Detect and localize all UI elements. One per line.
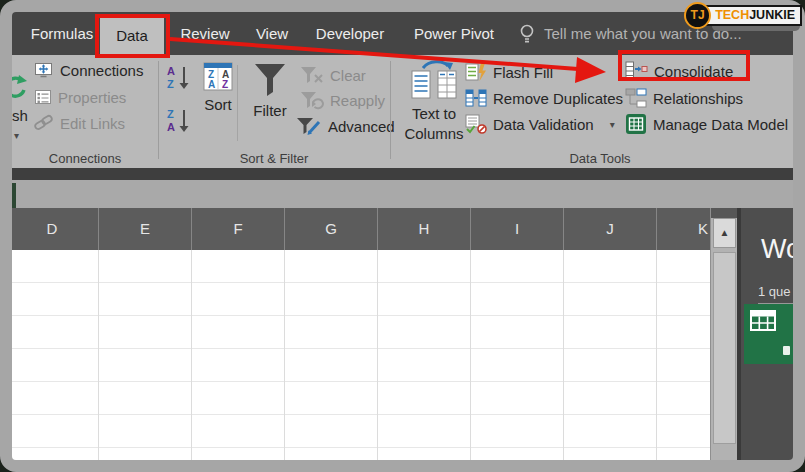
connections-button[interactable]: Connections [34, 58, 143, 82]
query-tile-cropped-text [783, 346, 790, 355]
reapply-icon [300, 90, 324, 110]
svg-text:Z: Z [222, 79, 228, 90]
tab-power-pivot[interactable]: Power Pivot [408, 12, 500, 55]
scrollbar-thumb[interactable] [713, 252, 736, 444]
relationships-label: Relationships [653, 90, 743, 107]
column-header[interactable]: G [285, 208, 378, 250]
text-to-columns-label-line1: Text to [412, 105, 456, 122]
scrollbar-cap [711, 208, 737, 218]
caret-down-icon: ▾ [610, 119, 615, 130]
properties-icon [34, 88, 52, 106]
sort-ascending-button[interactable]: A Z [165, 65, 191, 89]
relationships-icon [625, 88, 647, 108]
manage-data-model-icon [625, 113, 647, 135]
manage-data-model-label: Manage Data Model [653, 116, 788, 133]
column-header-row: D E F G H I J K [12, 208, 710, 250]
remove-duplicates-icon [465, 88, 487, 108]
tab-review[interactable]: Review [172, 12, 238, 55]
group-label-connections: Connections [12, 151, 158, 166]
techjunkie-monogram-icon: TJ [684, 2, 711, 29]
text-to-columns-icon [411, 60, 457, 102]
svg-text:A: A [167, 65, 175, 77]
scroll-up-icon: ▲ [720, 227, 730, 238]
query-tile[interactable] [744, 304, 793, 364]
advanced-filter-label: Advanced [328, 118, 395, 135]
clear-filter-icon [300, 65, 324, 85]
column-header[interactable]: E [99, 208, 192, 250]
relationships-button[interactable]: Relationships [625, 86, 743, 110]
svg-text:Z: Z [167, 108, 174, 120]
remove-duplicates-label: Remove Duplicates [493, 90, 623, 107]
highlight-box-data-tab [95, 14, 170, 58]
remove-duplicates-button[interactable]: Remove Duplicates [465, 86, 623, 110]
tab-view[interactable]: View [244, 12, 300, 55]
sort-icon: Z A A Z [202, 61, 234, 93]
column-header[interactable]: I [471, 208, 564, 250]
reapply-button[interactable]: Reapply [300, 88, 385, 112]
query-table-icon [750, 310, 776, 332]
sort-az-icon: A Z [165, 63, 191, 91]
advanced-filter-button[interactable]: Advanced [296, 114, 395, 138]
refresh-all-label: sh [12, 107, 28, 124]
vertical-scrollbar[interactable]: ▲ [710, 208, 737, 460]
edit-links-label: Edit Links [60, 115, 125, 132]
advanced-filter-icon [296, 116, 322, 136]
edit-links-button[interactable]: Edit Links [34, 111, 125, 135]
connections-label: Connections [60, 62, 143, 79]
caret-down-icon: ▾ [14, 130, 19, 141]
brand-junkie: JUNKIE [749, 8, 795, 22]
clear-filter-button[interactable]: Clear [300, 63, 366, 87]
sort-za-icon: Z A [165, 106, 191, 134]
reapply-label: Reapply [330, 92, 385, 109]
manage-data-model-button[interactable]: Manage Data Model [625, 112, 788, 136]
techjunkie-logo: TJ TECHJUNKIE [684, 2, 802, 29]
brand-tech: TECH [715, 8, 749, 22]
group-separator [158, 61, 159, 159]
button-separator [237, 65, 238, 141]
data-validation-button[interactable]: Data Validation ▾ [465, 112, 615, 136]
techjunkie-wordmark: TECHJUNKIE [704, 5, 802, 26]
sort-label: Sort [204, 96, 232, 113]
formula-bar-strip [12, 180, 793, 208]
flash-fill-icon [465, 62, 487, 82]
scroll-up-button[interactable]: ▲ [713, 218, 736, 248]
refresh-all-caret[interactable]: ▾ [14, 123, 19, 147]
column-header[interactable]: D [12, 208, 99, 250]
tab-developer[interactable]: Developer [306, 12, 394, 55]
sort-descending-button[interactable]: Z A [165, 108, 191, 132]
queries-panel-title: Wo [761, 234, 793, 265]
data-validation-label: Data Validation [493, 116, 594, 133]
lightbulb-icon [518, 22, 536, 46]
clear-filter-label: Clear [330, 67, 366, 84]
flash-fill-label: Flash Fill [493, 64, 553, 81]
ribbon-bottom-strip [12, 168, 793, 180]
group-label-data-tools: Data Tools [390, 151, 805, 166]
excel-window: Formulas Data Review View Developer Powe… [0, 0, 805, 472]
flash-fill-button[interactable]: Flash Fill [465, 60, 553, 84]
workbook-queries-panel: Wo 1 que [737, 208, 793, 460]
column-header[interactable]: F [192, 208, 285, 250]
column-header[interactable]: K [657, 208, 710, 250]
sort-button[interactable]: Z A A Z Sort [198, 61, 238, 113]
data-validation-icon [465, 114, 487, 134]
column-header[interactable]: J [564, 208, 657, 250]
svg-text:Z: Z [167, 78, 174, 90]
cell-grid[interactable] [12, 250, 710, 460]
filter-icon [251, 61, 289, 99]
group-separator [390, 61, 391, 159]
highlight-box-consolidate [618, 50, 750, 81]
text-to-columns-label-line2: Columns [404, 125, 463, 142]
properties-button[interactable]: Properties [34, 85, 126, 109]
refresh-icon [2, 73, 28, 101]
text-to-columns-button[interactable]: Text to Columns [403, 60, 465, 142]
queries-count-label: 1 que [758, 284, 793, 304]
group-label-sort-filter: Sort & Filter [158, 151, 390, 166]
edit-links-icon [34, 114, 54, 132]
column-header[interactable]: H [378, 208, 471, 250]
filter-label: Filter [253, 102, 286, 119]
tab-formulas[interactable]: Formulas [22, 12, 102, 55]
filter-button[interactable]: Filter [246, 61, 294, 119]
worksheet[interactable]: D E F G H I J K [12, 208, 710, 460]
properties-label: Properties [58, 89, 126, 106]
screenshot-root: Formulas Data Review View Developer Powe… [0, 0, 805, 472]
